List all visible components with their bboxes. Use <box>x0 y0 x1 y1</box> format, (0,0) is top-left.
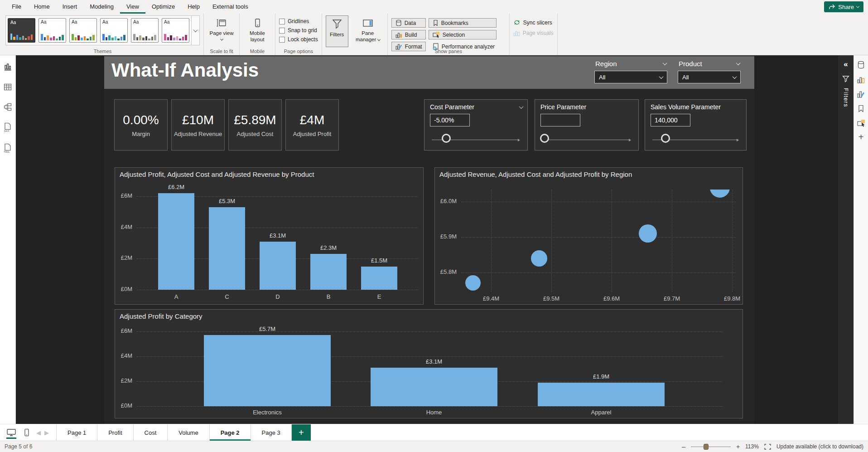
price-parameter-slider[interactable] <box>542 140 630 140</box>
lock-objects-checkbox[interactable] <box>279 37 285 43</box>
menu-item-external-tools[interactable]: External tools <box>206 0 255 14</box>
filters-pane-label[interactable]: Filters <box>843 88 849 107</box>
zoom-in-button[interactable]: + <box>736 443 740 450</box>
kpi-card-adjusted-profit[interactable]: £4M Adjusted Profit <box>285 99 339 151</box>
zoom-out-button[interactable]: – <box>682 443 685 450</box>
bar-chart-by-product[interactable]: Adjusted Profit, Adjusted Cost and Adjus… <box>115 167 424 305</box>
report-view-icon[interactable] <box>3 63 12 72</box>
page-view-button[interactable]: Page view <box>207 15 236 41</box>
price-parameter-input[interactable] <box>540 114 580 126</box>
gridlines-checkbox-row[interactable]: Gridlines <box>279 18 318 24</box>
data-button-label: Data <box>405 20 416 26</box>
product-slicer-dropdown[interactable]: All <box>678 71 741 83</box>
scatter-bubble-1[interactable] <box>465 275 481 291</box>
kpi-card-adjusted-revenue[interactable]: £10M Adjusted Revenue <box>171 99 225 151</box>
menu-item-insert[interactable]: Insert <box>56 0 84 14</box>
page-tab-cost[interactable]: Cost <box>134 424 168 441</box>
theme-card-3[interactable]: Aa <box>69 18 97 43</box>
page-tab-profit[interactable]: Profit <box>97 424 133 441</box>
slider-handle[interactable] <box>540 134 549 143</box>
pane-manager-button[interactable]: Pane manager <box>352 15 384 43</box>
ribbon: AaAaAaAaAaAa Themes Page view Scale to f… <box>0 14 868 55</box>
snap-to-grid-checkbox[interactable] <box>279 28 285 34</box>
dax-query-view-icon[interactable]: DAX <box>3 122 12 132</box>
menu-item-view[interactable]: View <box>120 0 145 14</box>
filter-funnel-icon[interactable] <box>842 75 849 83</box>
data-pane-button[interactable]: Data <box>391 18 426 28</box>
model-view-icon[interactable] <box>3 102 12 112</box>
mobile-layout-button[interactable]: Mobile layout <box>243 15 271 43</box>
page-tab-1[interactable]: Page 1 <box>56 424 97 441</box>
snap-to-grid-checkbox-row[interactable]: Snap to grid <box>279 27 318 34</box>
bar-E[interactable] <box>361 267 397 290</box>
menu-item-help[interactable]: Help <box>181 0 206 14</box>
theme-card-6[interactable]: Aa <box>162 18 189 43</box>
bar-Apparel[interactable] <box>538 383 665 406</box>
tmdl-view-icon[interactable]: TMDL <box>3 143 12 153</box>
data-label: £5.3M <box>204 198 250 204</box>
pane-data-icon[interactable] <box>857 61 865 69</box>
theme-card-2[interactable]: Aa <box>39 18 66 43</box>
sales-volume-parameter-input[interactable]: 140,000 <box>651 114 690 126</box>
lock-objects-checkbox-row[interactable]: Lock objects <box>279 36 318 43</box>
bar-C[interactable] <box>209 207 245 290</box>
table-view-icon[interactable] <box>3 83 12 92</box>
page-tab-2[interactable]: Page 2 <box>210 424 251 441</box>
pane-bookmarks-icon[interactable] <box>858 105 864 112</box>
scatter-chart-by-region[interactable]: Adjusted Revenue, Adjusted Cost and Adju… <box>434 167 743 305</box>
themes-gallery-expand-button[interactable] <box>192 15 200 45</box>
bar-Home[interactable] <box>371 368 497 406</box>
scatter-bubble-4[interactable] <box>710 190 730 198</box>
menu-item-home[interactable]: Home <box>28 0 56 14</box>
menu-item-file[interactable]: File <box>5 0 28 14</box>
filters-toggle-button[interactable]: Filters <box>326 15 348 47</box>
ribbon-group-mobile: Mobile layout Mobile <box>240 14 275 55</box>
bar-A[interactable] <box>158 193 194 290</box>
zoom-level: 113% <box>745 443 759 450</box>
fit-to-page-icon[interactable] <box>764 444 771 450</box>
bar-chart-by-category[interactable]: Adjusted Profit by Category£0M£2M£4M£6M£… <box>115 309 743 418</box>
kpi-card-adjusted-cost[interactable]: £5.89M Adjusted Cost <box>228 99 282 151</box>
add-page-button[interactable]: + <box>292 424 311 441</box>
region-slicer-dropdown[interactable]: All <box>594 71 667 83</box>
kpi-card-margin[interactable]: 0.00% Margin <box>114 99 168 151</box>
bar-D[interactable] <box>260 242 296 290</box>
scatter-bubble-3[interactable] <box>639 224 657 243</box>
cost-parameter-slider[interactable] <box>432 140 519 140</box>
bar-B[interactable] <box>310 254 347 290</box>
theme-card-4[interactable]: Aa <box>100 18 128 43</box>
chevron-down-icon[interactable] <box>663 61 667 65</box>
sync-slicers-button[interactable]: Sync slicers <box>513 19 554 26</box>
mobile-view-toggle[interactable] <box>19 424 34 441</box>
pane-format-icon[interactable] <box>857 90 865 98</box>
expand-pane-icon[interactable]: « <box>844 60 848 69</box>
page-tab-volume[interactable]: Volume <box>168 424 209 441</box>
chevron-down-icon[interactable] <box>519 104 524 109</box>
slider-handle[interactable] <box>661 134 670 143</box>
slider-handle[interactable] <box>442 134 451 143</box>
menu-item-modeling[interactable]: Modeling <box>83 0 120 14</box>
bar-Electronics[interactable] <box>204 335 331 406</box>
update-available-link[interactable]: Update available (click to download) <box>776 443 863 450</box>
page-tab-3[interactable]: Page 3 <box>251 424 292 441</box>
cost-parameter-input[interactable]: -5.00% <box>430 114 470 126</box>
theme-card-1[interactable]: Aa <box>8 18 35 43</box>
build-visual-pane-button[interactable]: Build <box>391 30 426 39</box>
zoom-slider[interactable] <box>691 447 731 447</box>
pane-add-icon[interactable]: + <box>858 134 864 140</box>
pane-selection-icon[interactable] <box>857 119 865 127</box>
chevron-down-icon[interactable] <box>736 61 741 65</box>
menu-item-optimize[interactable]: Optimize <box>145 0 181 14</box>
page-title: What-If Analysis <box>111 59 259 81</box>
gridlines-checkbox[interactable] <box>279 19 285 24</box>
scatter-bubble-2[interactable] <box>531 250 547 267</box>
themes-gallery[interactable]: AaAaAaAaAaAa <box>5 15 192 45</box>
share-button[interactable]: Share <box>824 1 863 12</box>
zoom-slider-thumb[interactable] <box>704 444 709 450</box>
desktop-view-toggle[interactable] <box>4 424 19 441</box>
bookmarks-pane-button[interactable]: Bookmarks <box>429 18 497 28</box>
theme-card-5[interactable]: Aa <box>131 18 159 43</box>
selection-pane-button[interactable]: Selection <box>429 30 497 39</box>
sales-volume-parameter-slider[interactable] <box>652 140 738 140</box>
pane-build-visual-icon[interactable] <box>857 76 865 83</box>
